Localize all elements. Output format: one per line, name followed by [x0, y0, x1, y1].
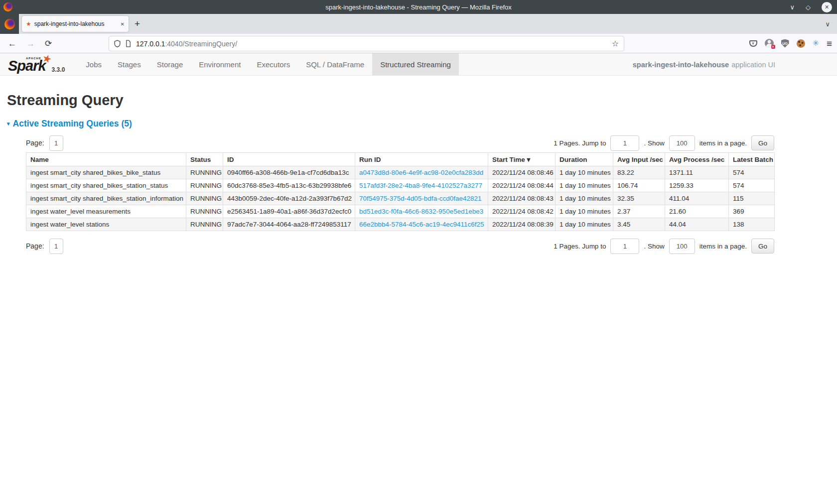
application-ui-label: application UI: [731, 61, 775, 69]
maximize-button[interactable]: ◇: [806, 4, 811, 10]
active-queries-toggle[interactable]: ▾ Active Streaming Queries (5): [7, 119, 837, 129]
cell-start-time: 2022/11/24 08:08:43: [488, 192, 556, 205]
run-id-link[interactable]: 70f54975-375d-4d05-bdfa-ccd0fae42821: [359, 195, 481, 202]
minimize-button[interactable]: ∨: [790, 4, 795, 10]
streaming-table-body: ingest smart_city shared_bikes_bike_stat…: [26, 166, 775, 231]
browser-toolbar: ← → ⟳ 127.0.0.1:4040/StreamingQuery/ ☆ ∨…: [0, 34, 837, 53]
nav-buttons: ← → ⟳: [8, 39, 52, 48]
cookie-extension-icon[interactable]: [797, 39, 805, 48]
browser-tab[interactable]: ★ spark-ingest-into-lakehous ✕: [22, 16, 129, 32]
table-row: ingest water_level stationsRUNNING97adc7…: [26, 218, 775, 231]
cell-start-time: 2022/11/24 08:08:42: [488, 205, 556, 218]
extension-star-icon[interactable]: ✳: [813, 39, 819, 47]
run-id-link[interactable]: a0473d8d-80e6-4e9f-ac98-02e0cfa283dd: [359, 169, 483, 176]
cell-id: 0940ff66-a308-466b-9e1a-cf7cd6dba13c: [223, 166, 355, 179]
go-button[interactable]: Go: [751, 135, 774, 150]
spark-navbar: APACHE Spark ★ 3.3.0 Jobs Stages Storage…: [0, 53, 837, 76]
col-header-start-time[interactable]: Start Time ▾: [488, 153, 556, 166]
account-extension-button[interactable]: ✕: [765, 39, 774, 48]
nav-tab-stages[interactable]: Stages: [110, 53, 149, 75]
pages-summary: 1 Pages. Jump to: [554, 243, 606, 250]
show-count-input[interactable]: [669, 135, 695, 151]
run-id-link[interactable]: bd51ed3c-f0fa-46c6-8632-950e5ed1ebe3: [359, 208, 483, 215]
tab-close-icon[interactable]: ✕: [121, 21, 125, 27]
cell-status: RUNNING: [186, 205, 223, 218]
jump-to-input[interactable]: [610, 239, 639, 254]
cell-latest-batch: 574: [729, 166, 775, 179]
cell-run-id: 66e2bbb4-5784-45c6-ac19-4ec9411c6f25: [355, 218, 488, 231]
cell-status: RUNNING: [186, 218, 223, 231]
window-titlebar: spark-ingest-into-lakehouse - Streaming …: [0, 0, 837, 14]
cell-name: ingest smart_city shared_bikes_station_i…: [26, 192, 186, 205]
table-row: ingest smart_city shared_bikes_station_s…: [26, 179, 775, 192]
col-header-name[interactable]: Name: [26, 153, 186, 166]
firefox-view-button[interactable]: [0, 14, 19, 34]
cell-avg-input: 2.37: [613, 205, 665, 218]
cell-id: 60dc3768-85e3-4fb5-a13c-63b29938bfe6: [223, 179, 355, 192]
nav-tab-sql-dataframe[interactable]: SQL / DataFrame: [298, 53, 372, 75]
nav-tab-executors[interactable]: Executors: [249, 53, 298, 75]
nav-tab-structured-streaming[interactable]: Structured Streaming: [372, 53, 459, 75]
page-content: Streaming Query ▾ Active Streaming Queri…: [0, 76, 837, 254]
col-header-run-id[interactable]: Run ID: [355, 153, 488, 166]
spark-logo[interactable]: APACHE Spark ★ 3.3.0: [8, 53, 65, 73]
table-row: ingest smart_city shared_bikes_bike_stat…: [26, 166, 775, 179]
nav-tab-storage[interactable]: Storage: [149, 53, 191, 75]
cell-duration: 1 day 10 minutes: [556, 179, 613, 192]
show-label: . Show: [644, 139, 664, 147]
url-bar[interactable]: 127.0.0.1:4040/StreamingQuery/ ☆: [109, 36, 624, 51]
cell-name: ingest water_level stations: [26, 218, 186, 231]
cell-start-time: 2022/11/24 08:08:44: [488, 179, 556, 192]
toolbar-extensions: ∨ ✕ UO ✳ ≡: [749, 39, 833, 48]
bookmark-star-button[interactable]: ☆: [612, 39, 619, 48]
ublock-origin-icon[interactable]: UO: [781, 39, 789, 48]
cell-run-id: 70f54975-375d-4d05-bdfa-ccd0fae42821: [355, 192, 488, 205]
run-id-link[interactable]: 66e2bbb4-5784-45c6-ac19-4ec9411c6f25: [359, 221, 484, 228]
cell-avg-process: 411.04: [665, 192, 729, 205]
jump-to-input[interactable]: [610, 135, 639, 151]
page-label: Page:: [26, 139, 44, 147]
url-host: 127.0.0.1: [136, 40, 165, 48]
cell-avg-process: 1259.33: [665, 179, 729, 192]
col-header-status[interactable]: Status: [186, 153, 223, 166]
col-header-avg-process[interactable]: Avg Process /sec: [665, 153, 729, 166]
col-header-avg-input[interactable]: Avg Input /sec: [613, 153, 665, 166]
window-controls: ∨ ◇ ✕: [790, 0, 832, 14]
cell-duration: 1 day 10 minutes: [556, 166, 613, 179]
forward-button: →: [26, 39, 35, 48]
cell-duration: 1 day 10 minutes: [556, 205, 613, 218]
tracking-shield-icon[interactable]: [114, 40, 121, 47]
window-title: spark-ingest-into-lakehouse - Streaming …: [325, 3, 512, 11]
table-row: ingest water_level measurementsRUNNINGe2…: [26, 205, 775, 218]
application-name: spark-ingest-into-lakehouse application …: [633, 53, 775, 76]
page-number-input[interactable]: [49, 135, 63, 151]
close-button[interactable]: ✕: [822, 2, 832, 12]
cell-run-id: a0473d8d-80e6-4e9f-ac98-02e0cfa283dd: [355, 166, 488, 179]
cell-avg-process: 44.04: [665, 218, 729, 231]
reload-button[interactable]: ⟳: [45, 39, 52, 48]
spark-logo-word: Spark: [8, 58, 46, 74]
nav-tab-environment[interactable]: Environment: [191, 53, 249, 75]
page-info-icon[interactable]: [125, 40, 132, 47]
pocket-button[interactable]: ∨: [749, 40, 757, 47]
cell-run-id: bd51ed3c-f0fa-46c6-8632-950e5ed1ebe3: [355, 205, 488, 218]
error-badge-icon: ✕: [771, 45, 775, 49]
spark-version: 3.3.0: [52, 66, 65, 73]
menu-button[interactable]: ≡: [827, 39, 832, 48]
col-header-latest-batch[interactable]: Latest Batch: [729, 153, 775, 166]
url-text[interactable]: 127.0.0.1:4040/StreamingQuery/: [136, 40, 612, 48]
list-tabs-chevron-icon[interactable]: ∨: [825, 20, 830, 28]
cell-status: RUNNING: [186, 166, 223, 179]
new-tab-button[interactable]: +: [135, 18, 140, 29]
show-count-input[interactable]: [669, 239, 695, 254]
firefox-view-icon: [4, 19, 15, 29]
col-header-duration[interactable]: Duration: [556, 153, 613, 166]
table-row: ingest smart_city shared_bikes_station_i…: [26, 192, 775, 205]
show-label: . Show: [644, 243, 664, 250]
go-button[interactable]: Go: [751, 239, 774, 253]
back-button[interactable]: ←: [8, 39, 16, 48]
run-id-link[interactable]: 517afd3f-28e2-4ba8-9fe4-4102527a3277: [359, 182, 482, 189]
nav-tab-jobs[interactable]: Jobs: [78, 53, 110, 75]
page-number-input[interactable]: [49, 239, 63, 254]
col-header-id[interactable]: ID: [223, 153, 355, 166]
